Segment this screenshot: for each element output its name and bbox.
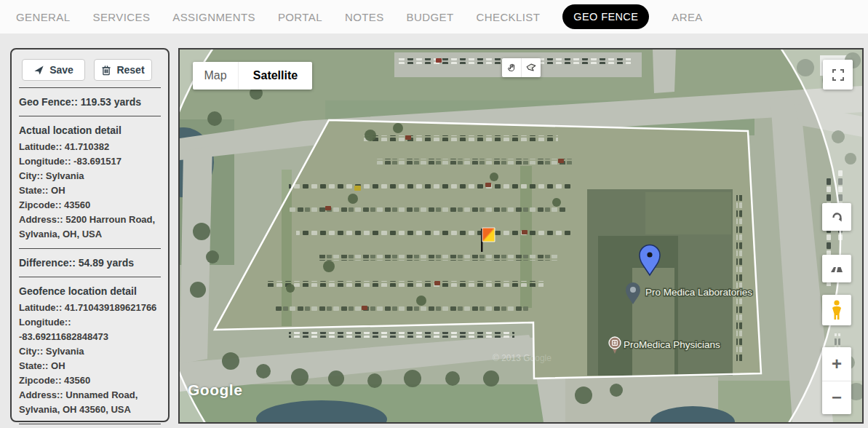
geofence-info-panel: Save Reset Geo Fence:: 119.53 yards Actu… — [10, 48, 170, 422]
pegman-button[interactable] — [822, 295, 851, 325]
hand-tool-button[interactable] — [502, 58, 521, 77]
divider — [19, 248, 161, 249]
tab-notes[interactable]: NOTES — [345, 11, 384, 23]
pegman-icon — [829, 299, 844, 321]
rotate-icon — [829, 210, 844, 224]
geofence-state: State:: OH — [19, 359, 161, 373]
map-type-map-button[interactable]: Map — [193, 62, 238, 90]
map-type-control: Map Satellite — [193, 62, 312, 90]
satellite-imagery[interactable]: © 2013 Google Pro Medica Laboratories — [180, 49, 862, 422]
tab-geo-fence[interactable]: GEO FENCE — [562, 4, 649, 29]
actual-zipcode: Zipcode:: 43560 — [19, 198, 161, 213]
trash-icon — [101, 65, 111, 76]
tab-general[interactable]: GENERAL — [16, 11, 71, 23]
send-icon — [33, 65, 44, 76]
divider — [19, 87, 161, 88]
tab-area[interactable]: AREA — [672, 11, 702, 23]
hand-tool-icon — [506, 62, 517, 74]
tab-checklist[interactable]: CHECKLIST — [477, 11, 541, 23]
divider — [19, 116, 161, 116]
map-type-satellite-button[interactable]: Satellite — [238, 62, 312, 90]
geofence-zipcode: Zipcode:: 43560 — [19, 373, 161, 388]
divider — [19, 424, 161, 424]
fullscreen-icon — [832, 68, 845, 82]
polygon-tool-icon — [525, 62, 537, 74]
reset-button[interactable]: Reset — [94, 59, 152, 81]
tilt-icon — [829, 263, 845, 274]
label-physicians[interactable]: ProMedica Physicians — [624, 339, 720, 350]
actual-state: State:: OH — [19, 183, 161, 198]
zoom-in-button[interactable]: + — [822, 347, 851, 381]
geo-fence-summary: Geo Fence:: 119.53 yards — [19, 95, 161, 109]
panel-actions: Save Reset — [22, 59, 162, 81]
geofence-address: Address:: Unnamed Road, Sylvania, OH 435… — [19, 388, 161, 417]
geofence-location-heading: Geofence location detail — [19, 284, 161, 298]
zoom-out-button[interactable]: − — [822, 381, 851, 415]
difference-summary: Difference:: 54.89 yards — [19, 255, 161, 270]
geofence-latitude: Latitude:: 41.710439189621766 — [19, 301, 161, 315]
tab-budget[interactable]: BUDGET — [407, 11, 454, 23]
reset-label: Reset — [116, 64, 144, 76]
zoom-control: + − — [822, 347, 851, 414]
save-button[interactable]: Save — [22, 59, 85, 81]
top-tab-bar: GENERAL SERVICES ASSIGNMENTS PORTAL NOTE… — [0, 0, 868, 33]
polygon-tool-button[interactable] — [521, 58, 541, 77]
actual-longitude: Longitude:: -83.691517 — [19, 154, 161, 169]
label-laboratories[interactable]: Pro Medica Laboratories — [645, 287, 752, 298]
drawing-tools — [502, 58, 541, 77]
tab-assignments[interactable]: ASSIGNMENTS — [172, 11, 255, 23]
geofence-city: City:: Sylvania — [19, 344, 161, 359]
geofence-longitude: Longitude:: -83.69211682848473 — [19, 315, 161, 344]
fullscreen-button[interactable] — [823, 60, 853, 90]
rotate-button[interactable] — [822, 203, 851, 231]
tilt-button[interactable] — [822, 255, 851, 282]
actual-location-heading: Actual location detail — [19, 123, 161, 138]
save-label: Save — [49, 64, 73, 76]
actual-address: Address:: 5200 Harroun Road, Sylvania, O… — [19, 213, 161, 242]
google-logo[interactable]: Google — [188, 381, 242, 399]
tab-services[interactable]: SERVICES — [93, 11, 151, 23]
map-viewport[interactable]: © 2013 Google Pro Medica Laboratories — [178, 48, 864, 424]
actual-city: City:: Sylvania — [19, 169, 161, 183]
tab-portal[interactable]: PORTAL — [278, 11, 322, 23]
geo-fence-page: GENERAL SERVICES ASSIGNMENTS PORTAL NOTE… — [0, 0, 868, 428]
divider — [19, 277, 161, 277]
actual-latitude: Latitude:: 41.710382 — [19, 140, 161, 154]
